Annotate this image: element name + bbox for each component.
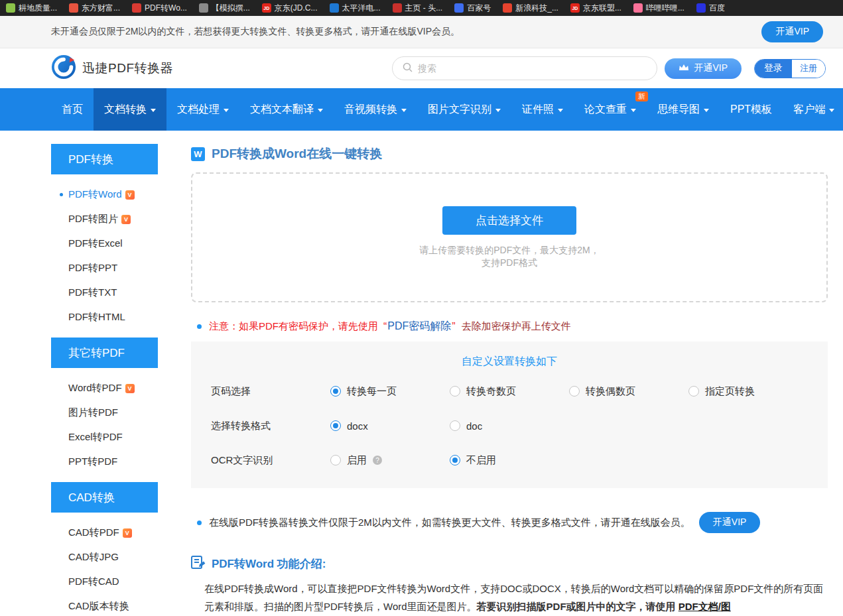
nav-item-ppt-template[interactable]: PPT模板 [720,88,783,131]
nav-item-image-ocr[interactable]: 图片文字识别 [417,88,511,131]
bullet-icon [197,324,202,329]
bookmark-label: 新浪科技_... [515,3,558,14]
nav-item-paper-check[interactable]: 论文查重新 [574,88,647,131]
sidebar-item-label: PDF转TXT [68,286,117,299]
document-icon [191,556,206,572]
bookmark-item[interactable]: 百家号 [448,0,497,16]
page: 耕地质量... 东方财富... PDF转Wo... 【模拟撰... JD京东(J… [0,0,843,616]
search-box [392,56,657,80]
nav-item-av-convert[interactable]: 音视频转换 [334,88,417,131]
upload-hint-line1: 请上传需要转换的PDF文件，最大支持2M， [419,244,599,257]
chevron-down-icon [224,109,229,112]
vip-icon [123,528,132,538]
open-vip-button[interactable]: 开通VIP [699,512,761,533]
nav-label: 思维导图 [657,103,700,117]
bookmark-item[interactable]: 【模拟撰... [193,0,256,16]
bookmark-item[interactable]: 新浪科技_... [497,0,564,16]
sidebar-item-label: PDF转Word [68,188,122,201]
nav-label: 文档转换 [104,103,147,117]
sidebar-item-label: PDF转PPT [68,262,117,275]
sidebar-item-pdf-to-cad[interactable]: PDF转CAD [51,570,158,594]
bookmark-label: 东方财富... [82,3,120,14]
sidebar-item-pdf-to-txt[interactable]: PDF转TXT [51,280,158,305]
option-convert-odd-pages[interactable]: 转换奇数页 [450,385,569,398]
radio-icon [330,386,341,397]
favicon-icon [393,3,402,13]
sidebar-item-pdf-to-image[interactable]: PDF转图片 [51,207,158,231]
help-icon[interactable] [373,456,382,465]
nav-item-doc-convert[interactable]: 文档转换 [94,88,166,131]
radio-icon [569,386,580,397]
nav-item-id-photo[interactable]: 证件照 [511,88,574,131]
quote-mark: ” [452,321,455,333]
conversion-settings-panel: 自定义设置转换如下 页码选择 转换每一页 转换奇数页 转换偶数页 指定页转换 选… [191,341,828,488]
nav-item-client[interactable]: 客户端 [783,88,843,131]
register-button[interactable]: 注册 [792,60,825,78]
option-convert-even-pages[interactable]: 转换偶数页 [569,385,688,398]
vip-limit-note: 在线版PDF转换器转换文件仅限于2M以内文件，如需转换更大文件、转换更多格式文件… [191,512,828,533]
radio-label: 转换奇数页 [466,385,516,398]
bookmark-item[interactable]: PDF转Wo... [126,0,193,16]
bookmark-item[interactable]: 东方财富... [63,0,126,16]
settings-title: 自定义设置转换如下 [211,355,808,369]
header-vip-button[interactable]: 开通VIP [665,58,742,79]
open-vip-button[interactable]: 开通VIP [761,21,823,42]
sidebar-item-word-to-pdf[interactable]: Word转PDF [51,376,158,400]
sidebar-item-cad-version-convert[interactable]: CAD版本转换 [51,594,158,616]
favicon-icon [330,3,339,13]
crown-icon [679,63,689,74]
nav-item-doc-translate[interactable]: 文档文本翻译 [239,88,334,131]
password-note: 注意：如果PDF有密码保护，请先使用 “ PDF密码解除 ” 去除加密保护再上传… [191,320,828,334]
chevron-down-icon [151,109,156,112]
browser-bookmarks-bar: 耕地质量... 东方财富... PDF转Wo... 【模拟撰... JD京东(J… [0,0,843,16]
select-file-button[interactable]: 点击选择文件 [442,206,576,235]
bookmark-item[interactable]: 百度 [690,0,731,16]
radio-label: doc [466,420,482,432]
password-note-suffix: 去除加密保护再上传文件 [462,320,571,333]
sidebar-item-pdf-to-word[interactable]: PDF转Word [51,182,158,207]
option-convert-every-page[interactable]: 转换每一页 [330,385,450,398]
sidebar-item-pdf-to-html[interactable]: PDF转HTML [51,305,158,330]
vip-notice-bar: 未开通会员仅限于2M以内的文件，若想获得更大转换文件、转换更多格式，请开通在线版… [0,16,843,48]
favicon-icon [199,3,208,13]
radio-icon [450,386,460,397]
pdf-password-remove-link[interactable]: PDF密码解除 [387,320,451,334]
bookmark-item[interactable]: 太平洋电... [324,0,387,16]
sidebar-item-pdf-to-ppt[interactable]: PDF转PPT [51,256,158,280]
nav-item-doc-process[interactable]: 文档处理 [166,88,239,131]
option-ocr-disable[interactable]: 不启用 [450,454,569,467]
option-doc[interactable]: doc [450,420,569,432]
bookmark-label: 哔哩哔哩... [646,3,684,14]
option-ocr-enable[interactable]: 启用 [330,454,450,467]
sidebar-item-cad-to-pdf[interactable]: CAD转PDF [51,521,158,545]
sidebar-item-pdf-to-excel[interactable]: PDF转Excel [51,231,158,256]
sidebar-item-image-to-pdf[interactable]: 图片转PDF [51,400,158,425]
content: PDF转换 PDF转Word PDF转图片 PDF转Excel PDF转PPT … [0,131,843,616]
bookmark-label: 百家号 [467,3,491,14]
sidebar-item-ppt-to-pdf[interactable]: PPT转PDF [51,450,158,474]
login-button[interactable]: 登录 [755,60,792,78]
sidebar-item-label: PDF转CAD [68,576,119,588]
sidebar-item-cad-to-jpg[interactable]: CAD转JPG [51,545,158,570]
upload-dropzone[interactable]: 点击选择文件 请上传需要转换的PDF文件，最大支持2M， 支持PDF格式 [191,172,828,302]
nav-item-mindmap[interactable]: 思维导图 [647,88,720,131]
pdf-ocr-link[interactable]: PDF文档/图 [679,601,731,612]
search-input[interactable] [418,63,647,74]
option-docx[interactable]: docx [330,420,450,432]
sidebar-list: CAD转PDF CAD转JPG PDF转CAD CAD版本转换 [51,513,158,616]
brand[interactable]: 迅捷PDF转换器 [51,54,173,82]
feature-intro-header: PDF转Word 功能介绍: [191,556,828,572]
nav-item-homepage[interactable]: 首页 [51,88,94,131]
bookmark-item[interactable]: JD京东联盟... [564,0,627,16]
sidebar-item-excel-to-pdf[interactable]: Excel转PDF [51,425,158,450]
bookmark-item[interactable]: 哔哩哔哩... [627,0,690,16]
bookmark-item[interactable]: 主页 - 头... [387,0,449,16]
bookmark-item[interactable]: 耕地质量... [0,0,63,16]
favicon-icon [6,3,15,13]
feature-intro-text: 在线PDF转换成Word，可以直接把PDF文件转换为Word文件，支持DOC或D… [191,580,828,615]
radio-icon [688,386,699,397]
chevron-down-icon [318,109,323,112]
option-convert-specified-pages[interactable]: 指定页转换 [688,385,808,398]
bookmark-item[interactable]: JD京东(JD.C... [256,0,324,16]
main-panel: W PDF转换成Word在线一键转换 点击选择文件 请上传需要转换的PDF文件，… [191,144,828,615]
